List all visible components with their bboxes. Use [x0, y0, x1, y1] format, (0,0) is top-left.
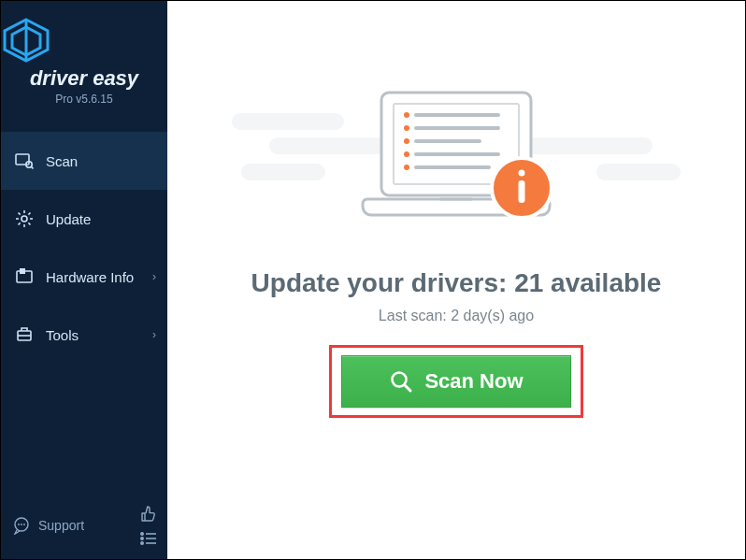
svg-line-13 — [19, 223, 21, 224]
support-label: Support — [38, 518, 84, 533]
svg-line-47 — [405, 385, 410, 391]
svg-point-23 — [141, 533, 143, 535]
scan-now-label: Scan Now — [424, 369, 523, 394]
svg-line-5 — [31, 166, 33, 168]
brand-version: Pro v5.6.15 — [1, 93, 167, 106]
svg-line-14 — [28, 213, 30, 215]
sidebar-item-hardware-info[interactable]: Hardware Info › — [1, 248, 167, 306]
svg-point-22 — [23, 524, 25, 525]
sidebar-item-scan[interactable]: Scan — [1, 132, 167, 190]
svg-point-25 — [141, 538, 143, 539]
hardware-icon — [14, 266, 35, 287]
app-logo-icon — [1, 18, 51, 63]
svg-point-20 — [18, 524, 20, 525]
thumbs-up-icon[interactable] — [139, 505, 158, 524]
sidebar-item-tools[interactable]: Tools › — [1, 306, 167, 364]
svg-point-6 — [22, 216, 27, 222]
sidebar-item-label: Hardware Info — [46, 269, 134, 285]
svg-point-37 — [404, 151, 409, 157]
gear-icon — [14, 208, 35, 229]
main-panel: Update your drivers: 21 available Last s… — [167, 1, 745, 559]
scan-highlight-frame: Scan Now — [329, 345, 583, 418]
sidebar-item-update[interactable]: Update — [1, 190, 167, 248]
footer-icons — [139, 505, 158, 546]
brand-name: driver easy — [1, 66, 167, 91]
svg-point-33 — [404, 125, 409, 131]
chevron-right-icon: › — [152, 328, 156, 341]
sidebar-item-label: Update — [46, 211, 91, 227]
chevron-right-icon: › — [152, 270, 156, 283]
svg-point-21 — [21, 524, 22, 525]
magnifier-icon — [389, 369, 413, 394]
logo-block: driver easy Pro v5.6.15 — [1, 1, 167, 115]
scan-icon — [14, 151, 35, 171]
svg-rect-45 — [519, 180, 525, 203]
sidebar: driver easy Pro v5.6.15 Scan Update — [1, 1, 167, 559]
tools-icon — [14, 324, 35, 345]
svg-point-31 — [404, 112, 409, 118]
sidebar-item-label: Tools — [46, 327, 79, 343]
svg-line-12 — [28, 223, 30, 224]
app-window: — ✕ driver easy Pro v5.6.15 Scan — [0, 0, 746, 560]
sidebar-item-label: Scan — [46, 153, 78, 169]
svg-point-44 — [519, 170, 525, 177]
laptop-illustration — [349, 85, 564, 235]
headline-text: Update your drivers: 21 available — [251, 268, 662, 298]
svg-point-27 — [141, 542, 143, 544]
last-scan-text: Last scan: 2 day(s) ago — [379, 308, 534, 324]
scan-now-button[interactable]: Scan Now — [341, 355, 571, 408]
support-link[interactable]: Support — [12, 516, 84, 535]
list-icon[interactable] — [139, 531, 158, 546]
svg-line-11 — [19, 213, 21, 215]
chat-icon — [12, 516, 31, 535]
svg-rect-16 — [20, 268, 25, 274]
svg-point-35 — [404, 138, 409, 144]
svg-point-39 — [404, 165, 409, 170]
nav: Scan Update Hardware Info › Tools — [1, 132, 167, 364]
sidebar-footer: Support — [1, 494, 167, 559]
